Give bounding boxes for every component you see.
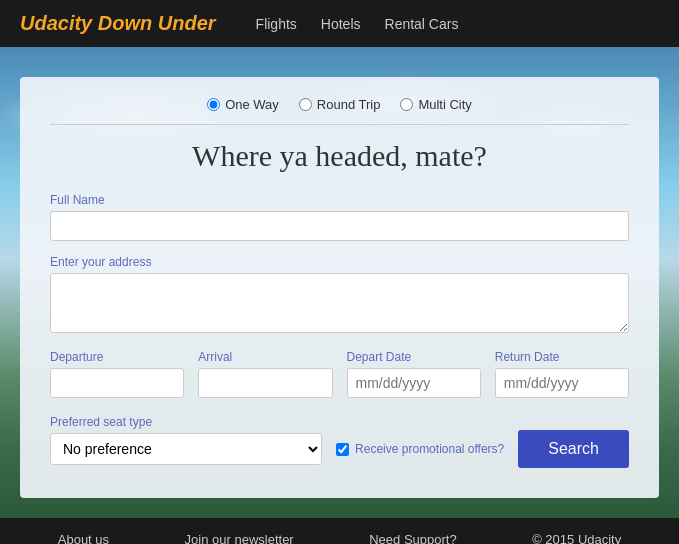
logo: Udacity Down Under	[20, 12, 216, 35]
trip-type-selector: One Way Round Trip Multi City	[50, 97, 629, 125]
full-name-label: Full Name	[50, 193, 629, 207]
main-nav: Flights Hotels Rental Cars	[256, 16, 459, 32]
multi-city-radio[interactable]	[400, 98, 413, 111]
nav-flights[interactable]: Flights	[256, 16, 297, 32]
travel-details-row: Departure Arrival Depart Date Return Dat…	[50, 350, 629, 398]
address-label: Enter your address	[50, 255, 629, 269]
logo-suffix: Down Under	[98, 12, 216, 34]
round-trip-label[interactable]: Round Trip	[299, 97, 381, 112]
address-input[interactable]	[50, 273, 629, 333]
depart-date-label: Depart Date	[347, 350, 481, 364]
seat-type-select[interactable]: No preference Window Aisle Middle	[50, 433, 322, 465]
promo-checkbox[interactable]	[336, 443, 349, 456]
one-way-label[interactable]: One Way	[207, 97, 279, 112]
promo-label: Receive promotional offers?	[355, 442, 504, 456]
nav-hotels[interactable]: Hotels	[321, 16, 361, 32]
seat-type-group: Preferred seat type No preference Window…	[50, 415, 322, 465]
round-trip-radio[interactable]	[299, 98, 312, 111]
round-trip-text: Round Trip	[317, 97, 381, 112]
arrival-group: Arrival	[198, 350, 332, 398]
return-date-group: Return Date	[495, 350, 629, 398]
return-date-label: Return Date	[495, 350, 629, 364]
arrival-label: Arrival	[198, 350, 332, 364]
multi-city-label[interactable]: Multi City	[400, 97, 471, 112]
departure-input[interactable]	[50, 368, 184, 398]
departure-group: Departure	[50, 350, 184, 398]
multi-city-text: Multi City	[418, 97, 471, 112]
seat-type-label: Preferred seat type	[50, 415, 322, 429]
footer-copyright: © 2015 Udacity	[532, 532, 621, 544]
footer: About us Join our newsletter Need Suppor…	[0, 518, 679, 544]
search-button[interactable]: Search	[518, 430, 629, 468]
full-name-input[interactable]	[50, 211, 629, 241]
depart-date-group: Depart Date	[347, 350, 481, 398]
form-title: Where ya headed, mate?	[50, 139, 629, 173]
return-date-input[interactable]	[495, 368, 629, 398]
full-name-group: Full Name	[50, 193, 629, 241]
hero-section: One Way Round Trip Multi City Where ya h…	[0, 47, 679, 518]
address-group: Enter your address	[50, 255, 629, 336]
footer-newsletter[interactable]: Join our newsletter	[185, 532, 294, 544]
booking-form-card: One Way Round Trip Multi City Where ya h…	[20, 77, 659, 498]
header: Udacity Down Under Flights Hotels Rental…	[0, 0, 679, 47]
one-way-radio[interactable]	[207, 98, 220, 111]
footer-support[interactable]: Need Support?	[369, 532, 456, 544]
footer-about[interactable]: About us	[58, 532, 109, 544]
nav-rental-cars[interactable]: Rental Cars	[385, 16, 459, 32]
departure-label: Departure	[50, 350, 184, 364]
depart-date-input[interactable]	[347, 368, 481, 398]
logo-prefix: Udacity	[20, 12, 92, 34]
promo-group: Receive promotional offers?	[336, 424, 504, 456]
bottom-row: Preferred seat type No preference Window…	[50, 412, 629, 468]
one-way-text: One Way	[225, 97, 279, 112]
arrival-input[interactable]	[198, 368, 332, 398]
